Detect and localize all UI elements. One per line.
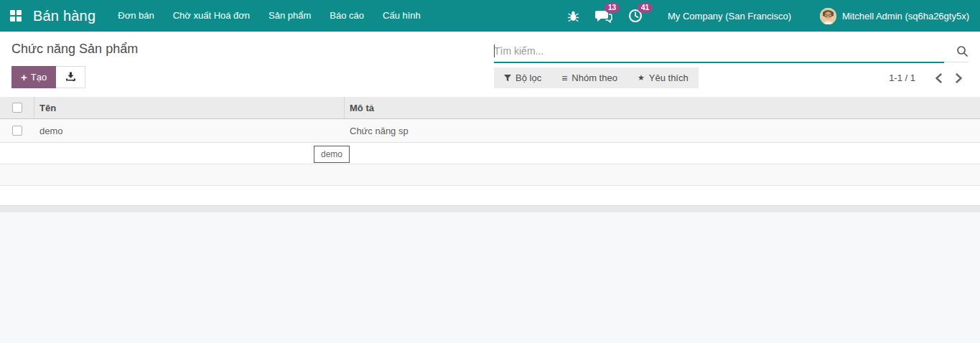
record-tooltip: demo [314,146,350,163]
column-header-description[interactable]: Mô tả [345,103,980,113]
search-input[interactable] [494,41,944,61]
pager-previous-button[interactable] [928,68,948,88]
favorites-button[interactable]: ★ Yêu thích [627,67,699,88]
row-checkbox-cell [0,119,34,142]
page-title: Chức năng Sản phẩm [11,42,138,57]
export-button[interactable] [56,66,85,88]
star-icon: ★ [638,73,645,83]
menu-cau-hinh[interactable]: Cấu hình [373,0,430,32]
apps-menu-button[interactable] [0,0,32,32]
control-panel: Chức năng Sản phẩm + Tạo [0,32,980,97]
table-header-row: Tên Mô tả [0,97,980,119]
groupby-button-label: Nhóm theo [571,72,617,83]
chevron-right-icon [956,73,962,83]
user-name: Mitchell Admin (sq6ha26gty5x) [842,11,969,22]
menu-san-pham[interactable]: Sản phẩm [259,0,320,32]
messages-menu-button[interactable]: 13 [587,0,620,32]
groupby-button[interactable]: ≡ Nhóm theo [551,67,627,88]
systray: 13 41 My Company (San Francisco) [559,0,980,32]
favorites-button-label: Yêu thích [649,72,689,83]
filters-button-label: Bộ lọc [515,72,541,83]
download-icon [65,72,76,83]
chevron-left-icon [935,73,942,83]
pager: 1-1 / 1 [889,67,969,88]
menu-bao-cao[interactable]: Báo cáo [320,0,373,32]
search-input-box [494,41,944,63]
user-avatar [820,8,836,24]
empty-filler-row [0,143,980,164]
text-caret [494,44,495,57]
group-bars-icon: ≡ [561,72,567,84]
menu-don-ban[interactable]: Đơn bán [108,0,163,32]
activities-menu-button[interactable]: 41 [620,0,650,32]
row-name-cell[interactable]: demo [34,126,345,136]
create-button-group: + Tạo [11,66,85,88]
empty-filler-row [0,186,980,206]
search-icon [956,45,969,57]
pager-value: 1-1 / 1 [889,72,915,83]
company-switcher[interactable]: My Company (San Francisco) [668,11,791,22]
messages-count-badge: 13 [605,3,620,13]
app-brand-title[interactable]: Bán hàng [32,8,108,24]
top-navbar: Bán hàng Đơn bán Chờ xuất Hoá đơn Sản ph… [0,0,980,32]
table-row[interactable]: demo Chức năng sp [0,119,980,143]
pager-next-button[interactable] [948,68,969,88]
filter-funnel-icon [504,75,511,82]
debug-menu-button[interactable] [559,0,587,32]
create-button[interactable]: + Tạo [11,66,56,88]
apps-grid-icon [10,10,22,22]
list-bottom-strip [0,206,980,212]
button-row: + Tạo [0,66,980,97]
user-menu-button[interactable]: Mitchell Admin (sq6ha26gty5x) [820,8,980,24]
list-view: Tên Mô tả demo Chức năng sp [0,97,980,212]
create-button-label: Tạo [31,72,47,83]
bug-icon [567,10,579,22]
search-options-bar: Bộ lọc ≡ Nhóm theo ★ Yêu thích [494,67,699,88]
plus-icon: + [21,71,27,83]
header-checkbox-cell [0,97,34,118]
column-header-name[interactable]: Tên [34,97,345,118]
empty-filler-row [0,164,980,186]
select-all-checkbox[interactable] [12,103,22,113]
row-description-cell[interactable]: Chức năng sp [345,126,980,136]
menu-cho-xuat-hoa-don[interactable]: Chờ xuất Hoá đơn [164,0,259,32]
row-checkbox[interactable] [12,126,22,136]
search-bar [494,41,969,62]
odoo-app: Bán hàng Đơn bán Chờ xuất Hoá đơn Sản ph… [0,0,980,343]
activities-count-badge: 41 [638,3,653,13]
filters-button[interactable]: Bộ lọc [494,67,551,88]
search-button[interactable] [944,41,969,62]
